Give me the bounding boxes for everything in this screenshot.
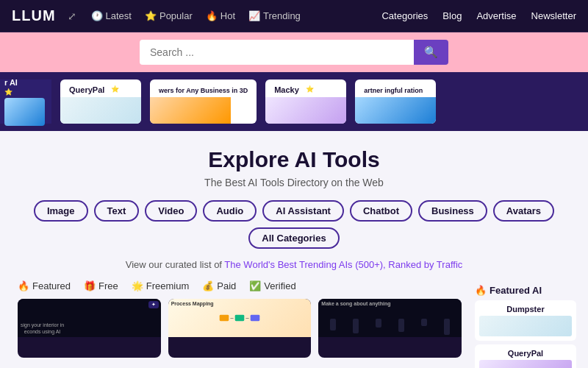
verified-label: Verified: [264, 280, 295, 291]
featured-ai-card-dumpster[interactable]: Dumpster: [475, 300, 576, 341]
nav-filter-trending[interactable]: 📈 Trending: [248, 10, 301, 21]
featured-label: Featured: [32, 280, 71, 291]
search-button[interactable]: 🔍: [414, 40, 448, 65]
nav-right: Categories Blog Advertise Newsletter: [381, 10, 576, 21]
featured-ai-label: Featured AI: [490, 285, 542, 296]
pill-all-categories[interactable]: All Categories: [248, 227, 339, 249]
filter-paid[interactable]: 💰 Paid: [202, 280, 236, 291]
star-icon: ⭐: [145, 10, 157, 21]
nav-filter-popular[interactable]: ⭐ Popular: [145, 10, 193, 21]
pill-avatars[interactable]: Avatars: [493, 200, 554, 222]
pill-video[interactable]: Video: [145, 200, 197, 222]
pill-chatbot[interactable]: Chatbot: [350, 200, 412, 222]
verified-icon: ✅: [249, 280, 261, 291]
freemium-label: Freemium: [146, 280, 190, 291]
freemium-icon: 🌟: [132, 280, 143, 291]
featured-ai-card-querypal[interactable]: QueryPal: [475, 344, 576, 368]
search-bar-section: 🔍: [0, 32, 588, 72]
strip-card-querypal[interactable]: QueryPal ⭐: [60, 79, 141, 124]
main-section: Explore AI Tools The Best AI Tools Direc…: [0, 131, 588, 368]
verified-badge-0: ⭐: [4, 88, 12, 96]
newsletter-link[interactable]: Newsletter: [531, 10, 576, 21]
strip-card-label-partner: artner ingful ration: [359, 84, 427, 96]
featured-ai-title: 🔥 Featured AI: [475, 285, 576, 296]
paid-icon: 💰: [202, 280, 214, 291]
pill-image[interactable]: Image: [34, 200, 88, 222]
pill-ai-assistant[interactable]: AI Assistant: [262, 200, 344, 222]
dumpster-title: Dumpster: [479, 305, 572, 314]
navbar: LLUM ⤢ 🕐 Latest ⭐ Popular 🔥 Hot 📈 Trendi…: [0, 0, 588, 32]
featured-strip: r AI ⭐ QueryPal ⭐ wers for Any Business …: [0, 72, 588, 131]
free-label: Free: [98, 280, 118, 291]
filter-featured[interactable]: 🔥 Featured: [18, 280, 71, 291]
verified-badge-querypal: ⭐: [111, 85, 119, 93]
strip-card-partner[interactable]: artner ingful ration: [355, 79, 436, 124]
paid-label: Paid: [217, 280, 236, 291]
trending-link[interactable]: The World's Best Trending AIs (500+), Ra…: [224, 259, 462, 270]
featured-ai-sidebar: 🔥 Featured AI Dumpster QueryPal: [475, 280, 576, 368]
strip-card-label-business: wers for Any Business in 3D: [154, 84, 252, 96]
strip-card-label-macky: Macky: [270, 82, 304, 96]
free-icon: 🎁: [84, 280, 96, 291]
nav-filter-hot[interactable]: 🔥 Hot: [206, 10, 235, 21]
logo: LLUM: [12, 7, 56, 24]
filter-free[interactable]: 🎁 Free: [84, 280, 118, 291]
featured-fire-icon-sidebar: 🔥: [475, 285, 487, 296]
filter-verified[interactable]: ✅ Verified: [249, 280, 295, 291]
advertise-link[interactable]: Advertise: [476, 10, 516, 21]
strip-card-label-querypal: QueryPal: [65, 82, 109, 96]
strip-card-partial-left[interactable]: r AI ⭐: [0, 79, 51, 124]
search-input[interactable]: [140, 40, 414, 65]
search-wrapper: 🔍: [140, 40, 448, 65]
strip-card-macky[interactable]: Macky ⭐: [265, 79, 346, 124]
trending-static: View our curated list of: [126, 259, 225, 270]
page-subtitle: The Best AI Tools Directory on the Web: [12, 177, 576, 188]
bottom-cards-row: sign your interior ineconds using AI ✦: [12, 291, 467, 362]
category-pills: Image Text Video Audio AI Assistant Chat…: [12, 200, 576, 249]
featured-fire-icon: 🔥: [18, 280, 29, 291]
strip-card-business[interactable]: wers for Any Business in 3D: [150, 79, 257, 124]
bottom-card-music[interactable]: Make a song about anything: [318, 299, 462, 358]
clock-icon: 🕐: [91, 10, 103, 21]
trending-icon: 📈: [248, 10, 260, 21]
nav-filter-latest[interactable]: 🕐 Latest: [91, 10, 132, 21]
strip-card-label-0: r AI: [4, 78, 45, 87]
hot-label: Hot: [220, 10, 235, 21]
latest-label: Latest: [106, 10, 132, 21]
pill-business[interactable]: Business: [418, 200, 487, 222]
share-icon[interactable]: ⤢: [68, 10, 76, 22]
blog-link[interactable]: Blog: [442, 10, 462, 21]
popular-label: Popular: [159, 10, 193, 21]
trending-label: Trending: [263, 10, 301, 21]
filter-freemium[interactable]: 🌟 Freemium: [132, 280, 190, 291]
pill-audio[interactable]: Audio: [203, 200, 257, 222]
trending-text: View our curated list of The World's Bes…: [12, 259, 576, 270]
querypal-sidebar-title: QueryPal: [479, 349, 572, 358]
page-title: Explore AI Tools: [12, 147, 576, 172]
verified-badge-macky: ⭐: [306, 85, 314, 93]
categories-link[interactable]: Categories: [381, 10, 428, 21]
filter-row: 🔥 Featured 🎁 Free 🌟 Freemium 💰 Paid: [12, 280, 467, 291]
nav-filters: 🕐 Latest ⭐ Popular 🔥 Hot 📈 Trending: [91, 10, 382, 21]
pill-text[interactable]: Text: [94, 200, 140, 222]
bottom-card-interior[interactable]: sign your interior ineconds using AI ✦: [18, 299, 161, 358]
fire-icon: 🔥: [206, 10, 218, 21]
bottom-card-flowchart[interactable]: Process Mapping: [168, 299, 312, 358]
